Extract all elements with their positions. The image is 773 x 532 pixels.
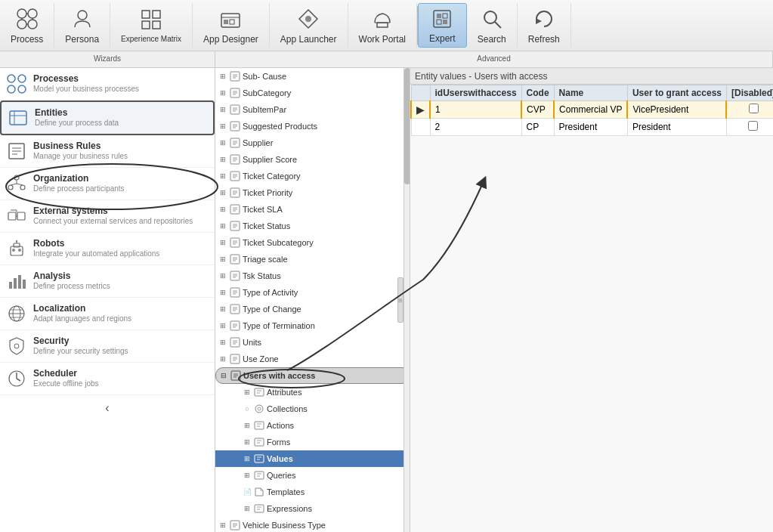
toolbar-item-search[interactable]: Search (467, 3, 518, 48)
expand-icon-ticket-category: ⊞ (218, 172, 227, 181)
tree-scrollbar-thumb (404, 68, 410, 184)
tree-item-supplier[interactable]: ⊞ Supplier (215, 135, 410, 151)
sidebar-item-scheduler[interactable]: Scheduler Execute offline jobs (0, 363, 215, 395)
toolbar-item-expert[interactable]: Expert (418, 3, 467, 48)
tree-label-type-of-change: Type of Change (243, 305, 301, 314)
toolbar-item-persona[interactable]: Persona (54, 3, 110, 48)
toolbar-label-persona: Persona (65, 34, 99, 45)
sidebar-item-analysis[interactable]: Analysis Define process metrics (0, 265, 215, 298)
table-row[interactable]: ▶ 1 CVP Commercial VP VicePresident (411, 101, 773, 119)
tree-item-units[interactable]: ⊞ Units (215, 334, 410, 351)
svg-point-147 (258, 407, 261, 410)
toolbar-item-process[interactable]: Process (0, 3, 54, 48)
tree-item-sub-cause[interactable]: ⊞ Sub- Cause (215, 68, 410, 85)
svg-point-146 (255, 405, 263, 413)
tree-item-subcategory[interactable]: ⊞ SubCategory (215, 85, 410, 101)
entity-icon-supplier-score (229, 153, 241, 165)
sidebar-item-robots[interactable]: Robots Integrate your automated applicat… (0, 233, 215, 265)
col-id[interactable]: idUserswithaccess (430, 85, 521, 101)
tree-item-type-of-activity[interactable]: ⊞ Type of Activity (215, 284, 410, 301)
tree-item-templates[interactable]: 📄 Templates (215, 484, 410, 500)
tree-item-expressions[interactable]: ⊞ Expressions (215, 500, 410, 517)
entity-icon-ticket-status (229, 220, 241, 232)
tree-label-ticket-category: Ticket Category (243, 172, 301, 181)
toolbar: Process Persona Experience Matrix (0, 0, 773, 51)
sidebar-subtitle-scheduler: Execute offline jobs (33, 379, 99, 388)
table-title: Entity values - Users with access (415, 71, 547, 82)
sidebar-item-localization[interactable]: Localization Adapt languages and regions (0, 298, 215, 330)
toolbar-item-app-designer[interactable]: App Designer (193, 3, 270, 48)
entity-icon-ticket-category (229, 170, 241, 182)
sidebar-item-external-systems[interactable]: External systems Connect your external s… (0, 200, 215, 233)
sidebar-text-scheduler: Scheduler Execute offline jobs (33, 368, 99, 388)
content-header: Entity values - Users with access (410, 68, 773, 85)
col-user-to-grant[interactable]: User to grant access (627, 85, 726, 101)
col-disabled[interactable]: [Disabled] (726, 85, 773, 101)
sidebar-item-organization[interactable]: Organization Define process participants (0, 168, 215, 200)
cell-id-1: 1 (430, 101, 521, 119)
tree-item-ticket-priority[interactable]: ⊞ Ticket Priority (215, 184, 410, 201)
tree-label-ticket-priority: Ticket Priority (243, 188, 292, 197)
tree-item-triage-scale[interactable]: ⊞ Triage scale (215, 251, 410, 268)
sidebar-item-business-rules[interactable]: Business Rules Manage your business rule… (0, 135, 215, 168)
svg-point-51 (18, 249, 21, 252)
tree-item-tsk-status[interactable]: ⊞ Tsk Status (215, 268, 410, 284)
sidebar-item-security[interactable]: Security Define your security settings (0, 330, 215, 363)
tree-item-values[interactable]: ⊞ Values (215, 450, 410, 467)
tree-item-suggested-products[interactable]: ⊞ Suggested Products (215, 118, 410, 135)
entity-icon-supplier (229, 137, 241, 149)
tree-vertical-splitter[interactable]: ≡ (397, 277, 404, 323)
svg-point-0 (17, 9, 26, 18)
tree-item-ticket-subcategory[interactable]: ⊞ Ticket Subcategory (215, 234, 410, 251)
process-icon (15, 7, 39, 31)
sidebar-collapse-btn[interactable]: ‹ (0, 395, 215, 421)
expand-icon-expressions: ⊞ (243, 504, 252, 513)
expand-icon-subitempar: ⊞ (218, 105, 227, 114)
sidebar-item-entities[interactable]: Entities Define your process data (0, 101, 215, 135)
table-row[interactable]: 2 CP President President (411, 119, 773, 136)
checkbox-disabled-1[interactable] (749, 104, 759, 113)
tree-item-actions[interactable]: ⊞ Actions (215, 417, 410, 434)
tree-item-vehicle-business-type[interactable]: ⊞ Vehicle Business Type (215, 517, 410, 532)
toolbar-label-refresh: Refresh (528, 34, 560, 45)
processes-icon (6, 73, 27, 94)
svg-rect-143 (255, 388, 264, 396)
toolbar-label-search: Search (478, 34, 506, 45)
tree-item-users-with-access[interactable]: ⊟ Users with access (215, 367, 410, 384)
entity-icon-users-with-access (230, 370, 242, 382)
tree-item-collections[interactable]: ○ Collections (215, 401, 410, 417)
tree-item-ticket-category[interactable]: ⊞ Ticket Category (215, 168, 410, 184)
tree-item-queries[interactable]: ⊞ Queries (215, 467, 410, 484)
col-code[interactable]: Code (521, 85, 554, 101)
tree-scrollbar[interactable] (404, 68, 410, 532)
checkbox-disabled-2[interactable] (748, 121, 758, 131)
tree-item-type-of-termination[interactable]: ⊞ Type of Termination (215, 317, 410, 334)
sidebar-text-localization: Localization Adapt languages and regions (33, 303, 131, 323)
expand-icon-attributes: ⊞ (243, 388, 252, 397)
entity-icon-type-of-change (229, 303, 241, 315)
icon-values (253, 453, 265, 465)
sidebar-item-processes[interactable]: Processes Model your business processes (0, 68, 215, 101)
tree-item-supplier-score[interactable]: ⊞ Supplier Score (215, 151, 410, 168)
tree-label-users-with-access: Users with access (243, 371, 315, 380)
tree-item-subitempar[interactable]: ⊞ SubItemPar (215, 101, 410, 118)
tree-item-ticket-sla[interactable]: ⊞ Ticket SLA (215, 201, 410, 218)
tree-item-attributes[interactable]: ⊞ Attributes (215, 384, 410, 401)
entity-icon-suggested-products (229, 120, 241, 132)
svg-point-1 (28, 9, 37, 18)
cell-disabled-2[interactable] (726, 119, 773, 136)
tree-item-type-of-change[interactable]: ⊞ Type of Change (215, 301, 410, 317)
expand-icon-supplier: ⊞ (218, 138, 227, 147)
toolbar-item-experience-matrix[interactable]: Experience Matrix (110, 3, 193, 48)
tree-item-forms[interactable]: ⊞ Forms (215, 434, 410, 450)
col-name[interactable]: Name (554, 85, 627, 101)
sidebar-title-scheduler: Scheduler (33, 368, 99, 379)
cell-disabled-1[interactable] (726, 101, 773, 119)
toolbar-label-app-launcher: App Launcher (280, 34, 337, 45)
tree-item-ticket-status[interactable]: ⊞ Ticket Status (215, 218, 410, 234)
toolbar-item-refresh[interactable]: Refresh (518, 3, 571, 48)
tree-item-use-zone[interactable]: ⊞ Use Zone (215, 351, 410, 367)
toolbar-item-app-launcher[interactable]: App Launcher (270, 3, 348, 48)
table-container[interactable]: idUserswithaccess Code Name User to gran… (410, 85, 773, 532)
toolbar-item-work-portal[interactable]: Work Portal (348, 3, 417, 48)
